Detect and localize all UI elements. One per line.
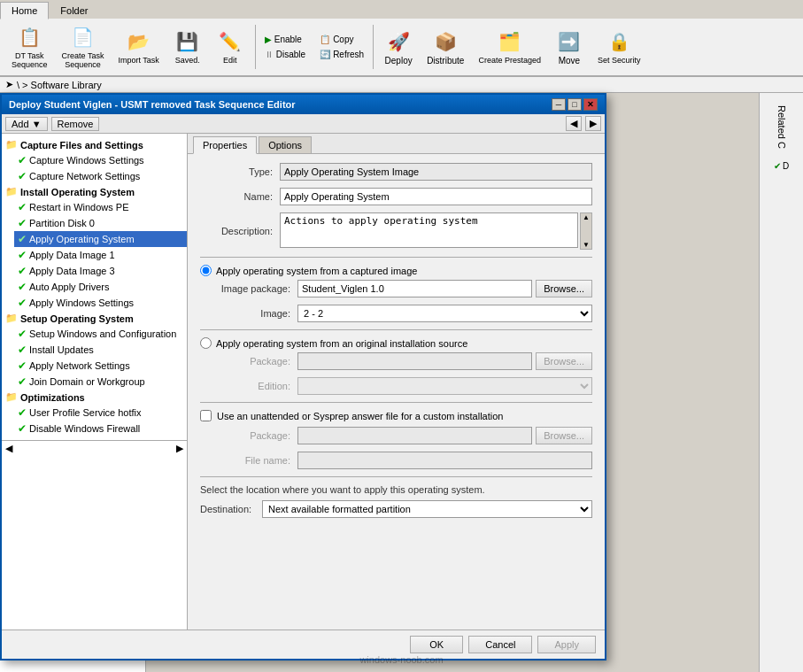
tree-item-apply-net[interactable]: ✔ Apply Network Settings [14, 358, 187, 374]
dialog-maximize-btn[interactable]: □ [568, 98, 582, 111]
tree-item-auto-drivers[interactable]: ✔ Auto Apply Drivers [14, 279, 187, 295]
tree-scroll-left[interactable]: ◀ [5, 443, 12, 454]
tree-optim-items: ✔ User Profile Service hotfix ✔ Disable … [2, 405, 187, 436]
scroll-down[interactable]: ▼ [581, 241, 591, 249]
dialog-nav-fwd[interactable]: ▶ [585, 116, 601, 131]
check-icon-4: ✔ [18, 217, 27, 229]
move-label: Move [559, 56, 580, 66]
description-input[interactable]: Actions to apply operating system [280, 212, 578, 248]
textarea-scrollbar[interactable]: ▲ ▼ [580, 212, 592, 250]
dialog-close-btn[interactable]: ✕ [583, 98, 598, 111]
refresh-button[interactable]: 🔄 Refresh [315, 48, 368, 61]
set-security-button[interactable]: 🔒 Set Security [591, 27, 647, 67]
check-icon-13: ✔ [18, 375, 27, 388]
edit-button[interactable]: ✏️ Edit [210, 27, 251, 67]
tree-item-label-hotfix: User Profile Service hotfix [29, 407, 142, 418]
ribbon-group-copy: 📋 Copy 🔄 Refresh [315, 33, 368, 61]
check-icon-6: ✔ [18, 249, 27, 261]
move-icon: ➡️ [557, 29, 582, 54]
enable-button[interactable]: ▶ Enable [260, 33, 310, 46]
distribute-button[interactable]: 📦 Distribute [421, 27, 470, 68]
tree-item-label-capture-net: Capture Network Settings [29, 171, 140, 182]
saved-button[interactable]: 💾 Saved. [167, 27, 208, 67]
destination-row: Destination: Next available formatted pa… [200, 500, 592, 518]
dialog-titlebar: Deploy Student Viglen - USMT removed Tas… [2, 95, 605, 114]
disable-button[interactable]: ⏸ Disable [260, 48, 310, 61]
image-pkg-input[interactable] [297, 280, 532, 297]
tree-item-apply-win-settings[interactable]: ✔ Apply Windows Settings [14, 295, 187, 311]
destination-select[interactable]: Next available formatted partition [262, 500, 592, 518]
tree-item-apply-os[interactable]: ✔ Apply Operating System [14, 231, 187, 247]
scroll-up[interactable]: ▲ [581, 213, 591, 221]
image-pkg-browse-btn[interactable]: Browse... [536, 280, 592, 297]
apply-button[interactable]: Apply [537, 636, 596, 653]
create-task-button[interactable]: 📄 Create TaskSequence [56, 22, 111, 72]
radio-captured[interactable] [200, 265, 212, 276]
tree-item-setup-win-config[interactable]: ✔ Setup Windows and Configuration [14, 326, 187, 342]
answer-pkg-input [297, 427, 532, 444]
dialog-nav-back[interactable]: ◀ [566, 116, 582, 131]
cancel-button[interactable]: Cancel [468, 636, 532, 653]
related-icon: ✔ [774, 161, 781, 171]
tree-item-install-updates[interactable]: ✔ Install Updates [14, 342, 187, 358]
related-label: D [783, 161, 789, 171]
tab-folder[interactable]: Folder [49, 2, 99, 19]
enable-icon: ▶ [265, 35, 272, 44]
unattended-checkbox[interactable] [200, 410, 212, 421]
ok-button[interactable]: OK [410, 636, 463, 653]
create-prestaged-button[interactable]: 🗂️ Create Prestaged [472, 27, 547, 67]
add-btn[interactable]: Add ▼ [5, 117, 48, 131]
tree-item-label-updates: Install Updates [29, 344, 94, 355]
ribbon-sep-2 [373, 25, 374, 69]
folder-icon-install: 📁 [5, 186, 18, 197]
tree-item-restart-pe[interactable]: ✔ Restart in Windows PE [14, 199, 187, 215]
filename-container [297, 452, 592, 469]
tab-home[interactable]: Home [0, 2, 49, 19]
tree-item-hotfix[interactable]: ✔ User Profile Service hotfix [14, 405, 187, 421]
name-input[interactable] [280, 188, 592, 205]
tree-item-capture-net[interactable]: ✔ Capture Network Settings [14, 168, 187, 184]
tab-options[interactable]: Options [259, 136, 312, 153]
tree-item-data-img3[interactable]: ✔ Apply Data Image 3 [14, 263, 187, 279]
related-item[interactable]: ✔ D [774, 161, 789, 171]
tree-item-capture-win[interactable]: ✔ Capture Windows Settings [14, 152, 187, 168]
tree-scroll-right[interactable]: ▶ [176, 443, 183, 454]
divider-3 [200, 402, 592, 403]
tree-item-label-setup-win: Setup Windows and Configuration [29, 328, 176, 339]
type-label: Type: [200, 166, 280, 177]
check-icon-10: ✔ [18, 328, 27, 340]
related-panel: Related C ✔ D [759, 93, 803, 672]
tab-properties[interactable]: Properties [193, 136, 257, 154]
task-seq-icon: 📋 [17, 25, 42, 50]
image-pkg-row: Image package: Browse... [218, 280, 592, 297]
dialog-properties-panel: Properties Options Type: Name: [188, 134, 605, 630]
tree-item-data-img1[interactable]: ✔ Apply Data Image 1 [14, 247, 187, 263]
deploy-button[interactable]: 🚀 Deploy [378, 27, 419, 68]
description-value-container: Actions to apply operating system ▲ ▼ [280, 212, 592, 250]
type-row: Type: [200, 163, 592, 181]
type-input[interactable] [280, 163, 592, 181]
dest-label: Destination: [200, 504, 262, 514]
image-pkg-label: Image package: [218, 283, 297, 294]
tree-item-label-capture-win: Capture Windows Settings [29, 155, 144, 166]
tree-item-firewall[interactable]: ✔ Disable Windows Firewall [14, 421, 187, 436]
remove-btn[interactable]: Remove [51, 117, 100, 131]
tree-section-capture: 📁 Capture Files and Settings [2, 137, 187, 152]
radio-original-label: Apply operating system from an original … [216, 338, 467, 349]
tree-item-partition[interactable]: ✔ Partition Disk 0 [14, 215, 187, 231]
move-button[interactable]: ➡️ Move [549, 27, 590, 68]
tree-item-join-domain[interactable]: ✔ Join Domain or Workgroup [14, 374, 187, 390]
new-task-seq-button[interactable]: 📋 DT TaskSequence [5, 22, 54, 72]
tree-scroll-controls: ◀ ▶ [2, 440, 187, 456]
copy-button[interactable]: 📋 Copy [315, 33, 368, 46]
distribute-icon: 📦 [433, 29, 458, 54]
import-task-button[interactable]: 📂 Import Task [112, 27, 165, 67]
radio-group-image: Apply operating system from a captured i… [200, 265, 592, 322]
radio-group-original: Apply operating system from an original … [200, 337, 592, 395]
image-select[interactable]: 2 - 2 [297, 305, 592, 322]
refresh-label: Refresh [333, 50, 364, 59]
radio-row-1: Apply operating system from a captured i… [200, 265, 592, 276]
radio-original[interactable] [200, 337, 212, 349]
tree-install-items: ✔ Restart in Windows PE ✔ Partition Disk… [2, 199, 187, 311]
dialog-minimize-btn[interactable]: ─ [552, 98, 566, 111]
